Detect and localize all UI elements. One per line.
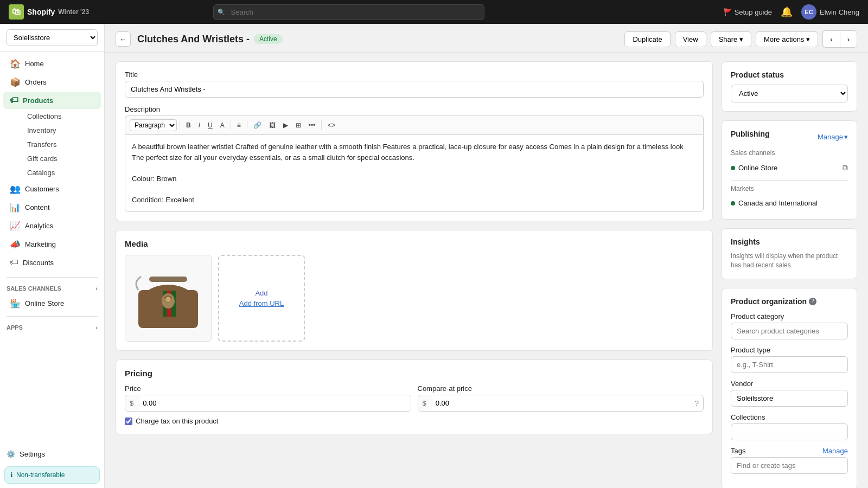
sidebar-item-collections[interactable]: Collections [21, 110, 101, 123]
description-label: Description [125, 105, 704, 113]
sidebar-item-inventory[interactable]: Inventory [21, 124, 101, 137]
sidebar-item-analytics[interactable]: 📈 Analytics [3, 217, 101, 235]
sidebar-item-settings[interactable]: ⚙️ Settings [0, 446, 104, 462]
table-button[interactable]: ⊞ [292, 120, 304, 131]
color-button[interactable]: A [217, 120, 228, 131]
canada-intl-label: Canada and International [738, 199, 818, 207]
main-content: ← Clutches And Wristlets - Active Duplic… [105, 24, 868, 488]
page-header: ← Clutches And Wristlets - Active Duplic… [105, 24, 868, 53]
media-card: Media [116, 230, 713, 351]
price-input-wrap: $ [125, 395, 411, 412]
category-input[interactable] [731, 323, 848, 339]
store-select[interactable]: Soleilsstore [7, 29, 98, 46]
home-icon: 🏠 [10, 59, 21, 69]
sidebar-item-giftcards[interactable]: Gift cards [21, 152, 101, 165]
add-media-label: Add [255, 289, 267, 297]
media-title: Media [125, 239, 704, 248]
underline-button[interactable]: U [205, 120, 216, 131]
more-toolbar-button[interactable]: ••• [305, 120, 319, 131]
sidebar-item-marketing[interactable]: 📣 Marketing [3, 235, 101, 253]
sidebar-item-orders[interactable]: 📦 Orders [3, 73, 101, 91]
image-button[interactable]: 🖼 [266, 120, 279, 131]
status-badge: Active [254, 34, 283, 44]
product-category-section: Product category [731, 312, 848, 339]
next-button[interactable]: › [840, 30, 857, 48]
type-input[interactable] [731, 356, 848, 373]
paragraph-select[interactable]: Paragraph [130, 119, 177, 131]
compare-price-input[interactable] [431, 395, 691, 411]
org-help-icon[interactable]: ? [809, 298, 816, 305]
share-button[interactable]: Share ▾ [711, 31, 751, 47]
more-actions-button[interactable]: More actions ▾ [756, 31, 818, 47]
align-button[interactable]: ≡ [234, 120, 244, 131]
collections-input[interactable] [731, 423, 848, 440]
sidebar-item-customers[interactable]: 👥 Customers [3, 180, 101, 198]
expand-icon[interactable]: › [95, 285, 98, 292]
tags-input[interactable] [731, 457, 848, 474]
category-label: Product category [731, 312, 848, 320]
tags-header: Tags Manage [731, 447, 848, 455]
store-selector[interactable]: Soleilsstore [0, 24, 104, 52]
italic-button[interactable]: I [195, 120, 203, 131]
sidebar-customers-label: Customers [25, 185, 59, 193]
vendor-input[interactable] [731, 390, 848, 407]
toolbar-sep-3 [247, 120, 247, 130]
link-button[interactable]: 🔗 [250, 120, 265, 131]
charge-tax-label: Charge tax on this product [136, 417, 218, 425]
top-navigation: 🛍 shopify Winter '23 🚩 Setup guide 🔔 EC … [0, 0, 868, 24]
media-item-1 [125, 255, 212, 342]
sidebar-item-products[interactable]: 🏷 Products [3, 92, 101, 109]
product-org-card: Product organization ? Product category … [722, 288, 857, 488]
org-header: Product organization ? [731, 297, 848, 306]
add-from-url-link[interactable]: Add from URL [239, 299, 284, 307]
help-circle-icon[interactable]: ? [691, 395, 703, 411]
sidebar-item-transfers[interactable]: Transfers [21, 138, 101, 151]
apps-label: Apps › [0, 320, 104, 333]
manage-chevron-icon: ▾ [844, 133, 848, 141]
publishing-title: Publishing [731, 130, 770, 138]
user-name-label: Elwin Cheng [820, 8, 859, 16]
sidebar-item-catalogs[interactable]: Catalogs [21, 166, 101, 179]
nav-divider-2 [7, 316, 98, 317]
prev-button[interactable]: ‹ [822, 30, 840, 48]
manage-publishing-link[interactable]: Manage ▾ [818, 133, 848, 141]
sidebar-item-content[interactable]: 📊 Content [3, 198, 101, 216]
title-description-card: Title Description Paragraph B I U A [116, 61, 713, 221]
description-editor[interactable]: A beautiful brown leather wristlet Craft… [125, 134, 704, 212]
external-link-icon[interactable]: ⧉ [843, 163, 848, 172]
marketing-icon: 📣 [10, 239, 21, 249]
content-side: Product status Active Draft Archived Pub… [722, 61, 857, 488]
sidebar-item-home[interactable]: 🏠 Home [3, 55, 101, 73]
sidebar-item-online-store[interactable]: 🏪 Online Store [3, 294, 101, 312]
search-bar[interactable] [213, 4, 484, 20]
code-button[interactable]: <> [324, 120, 339, 131]
sidebar-item-discounts[interactable]: 🏷 Discounts [3, 254, 101, 271]
insights-card: Insights Insights will display when the … [722, 228, 857, 279]
price-prefix: $ [125, 395, 138, 411]
online-store-label: Online Store [25, 299, 64, 307]
svg-rect-2 [149, 277, 187, 282]
setup-guide-link[interactable]: 🚩 Setup guide [724, 8, 772, 16]
notifications-icon[interactable]: 🔔 [781, 6, 793, 18]
insights-message: Insights will display when the product h… [731, 252, 848, 270]
bold-button[interactable]: B [183, 120, 194, 131]
brand-name: shopify [27, 8, 55, 16]
title-field-label: Title [125, 70, 704, 79]
video-button[interactable]: ▶ [280, 120, 291, 131]
view-button[interactable]: View [675, 31, 706, 47]
user-menu[interactable]: EC Elwin Cheng [801, 4, 859, 20]
status-select[interactable]: Active Draft Archived [731, 85, 848, 102]
charge-tax-checkbox[interactable] [125, 418, 132, 425]
nav-divider-1 [7, 277, 98, 278]
apps-expand-icon[interactable]: › [95, 324, 98, 331]
duplicate-button[interactable]: Duplicate [624, 31, 670, 47]
back-button[interactable]: ← [116, 31, 131, 47]
add-media-dropzone[interactable]: Add Add from URL [218, 255, 305, 342]
search-input[interactable] [213, 4, 484, 20]
tags-manage-link[interactable]: Manage [822, 447, 848, 455]
description-section: Description Paragraph B I U A ≡ [125, 105, 704, 212]
media-grid: Add Add from URL [125, 255, 704, 342]
price-input[interactable] [138, 395, 410, 411]
title-input[interactable] [125, 81, 704, 98]
publishing-header: Publishing Manage ▾ [731, 130, 848, 144]
